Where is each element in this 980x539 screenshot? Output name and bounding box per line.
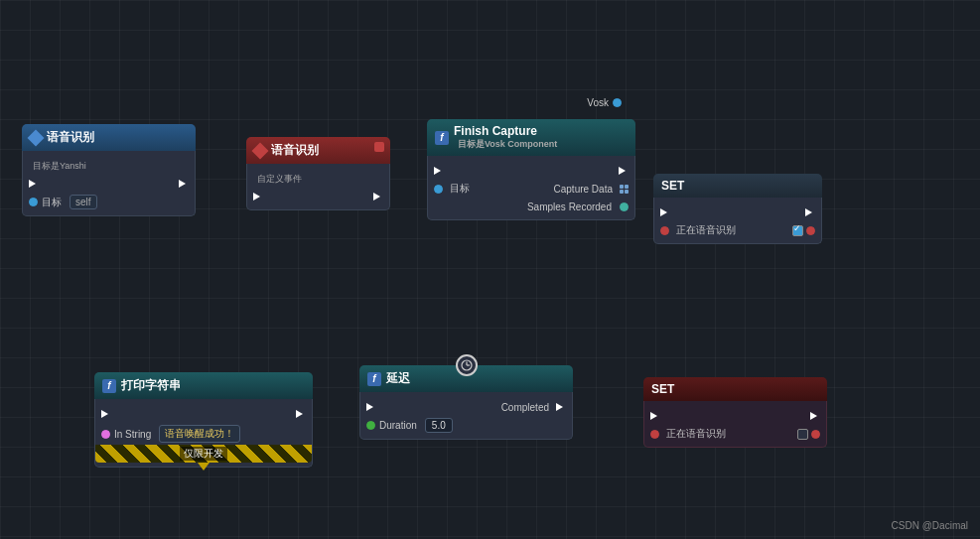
print-string-header: f 打印字符串	[94, 372, 313, 399]
ps-exec-out[interactable]	[296, 409, 306, 419]
delay-exec-row: Completed	[360, 398, 572, 416]
delay-duration-row: Duration 5.0	[360, 416, 572, 435]
finish-capture-header: f Finish Capture 目标是Vosk Component	[427, 119, 635, 156]
delay-duration-value: 5.0	[425, 418, 453, 433]
set-1-title: SET	[661, 179, 684, 193]
ps-instring-row: In String 语音唤醒成功！	[95, 423, 312, 445]
f-icon-finish: f	[435, 131, 449, 145]
delay-title: 延迟	[386, 370, 410, 387]
warning-text: 仅限开发	[180, 447, 227, 461]
vosk-label-area: Vosk	[587, 97, 622, 108]
print-string-body: In String 语音唤醒成功！ 仅限开发	[94, 399, 313, 468]
set1-input-pin[interactable]	[660, 226, 669, 235]
set1-exec-out[interactable]	[805, 207, 815, 217]
f-icon-print: f	[102, 379, 116, 393]
set1-exec-row	[654, 203, 821, 221]
ps-exec-row	[95, 405, 312, 423]
set2-exec-in[interactable]	[650, 411, 660, 421]
vosk-label: Vosk	[587, 97, 609, 108]
fc-target-row: 目标 Capture Data	[428, 180, 634, 198]
finish-capture-title-area: Finish Capture 目标是Vosk Component	[454, 124, 557, 151]
set-node-2: SET 正在语音识别	[643, 377, 827, 448]
delay-duration-label: Duration	[375, 420, 421, 431]
fc-samples-row: Samples Recorded	[428, 198, 634, 215]
voice-rec-1-title: 语音识别	[47, 129, 94, 146]
diamond-icon-2	[252, 142, 269, 159]
subtitle-row: 目标是Yanshi	[23, 157, 195, 175]
set-node-1: SET 正在语音识别	[653, 174, 822, 244]
set-2-title: SET	[651, 382, 674, 396]
fc-exec-out[interactable]	[619, 166, 629, 176]
voice-recognition-node-2: 语音识别 自定义事件	[246, 137, 390, 210]
capture-data-pin[interactable]	[620, 185, 629, 194]
voice-rec-1-body: 目标是Yanshi 目标 self	[22, 151, 196, 216]
warning-arrow	[198, 463, 210, 471]
set1-checkbox[interactable]	[792, 225, 803, 236]
set2-output-pin[interactable]	[811, 430, 820, 439]
set2-checkbox[interactable]	[797, 429, 808, 440]
node-header-voice-rec-1: 语音识别	[22, 124, 196, 151]
finish-capture-subtitle: 目标是Vosk Component	[458, 138, 557, 151]
set1-output-pin[interactable]	[806, 226, 815, 235]
diamond-icon-1	[28, 129, 45, 146]
clock-icon	[456, 354, 478, 376]
node-header-voice-rec-2: 语音识别	[246, 137, 390, 164]
fc-exec-row	[428, 162, 634, 180]
delay-exec-in[interactable]	[366, 402, 376, 412]
set1-pin-row: 正在语音识别	[654, 221, 821, 239]
finish-capture-node: Vosk f Finish Capture 目标是Vosk Component …	[427, 119, 635, 220]
watermark: CSDN @Dacimal	[892, 520, 968, 531]
fc-target-pin[interactable]	[434, 185, 443, 194]
set1-exec-in[interactable]	[660, 207, 670, 217]
voice-recognition-node-1: 语音识别 目标是Yanshi 目标 self	[22, 124, 196, 216]
voice-rec-2-title: 语音识别	[271, 142, 319, 159]
exec-out-pin-2[interactable]	[373, 192, 383, 202]
ps-instring-value: 语音唤醒成功！	[159, 425, 240, 443]
delay-duration-pin[interactable]	[366, 421, 375, 430]
ps-exec-in[interactable]	[101, 409, 111, 419]
f-icon-delay: f	[367, 372, 381, 386]
set2-exec-row	[644, 407, 826, 425]
red-indicator	[374, 142, 384, 152]
finish-capture-title: Finish Capture	[454, 124, 557, 138]
set-2-body: 正在语音识别	[643, 401, 827, 448]
voice-rec-2-body: 自定义事件	[246, 164, 390, 210]
print-string-title: 打印字符串	[121, 377, 181, 394]
ps-instring-pin[interactable]	[101, 430, 110, 439]
target-row: 目标 self	[23, 193, 195, 211]
warning-strip: 仅限开发	[95, 445, 312, 463]
set-1-body: 正在语音识别	[653, 198, 822, 244]
exec-row-1	[23, 175, 195, 193]
exec-in-pin[interactable]	[29, 179, 39, 189]
target-value: self	[70, 195, 97, 209]
fc-exec-in[interactable]	[434, 166, 444, 176]
set2-exec-out[interactable]	[810, 411, 820, 421]
exec-row-2	[247, 188, 389, 205]
delay-body: Completed Duration 5.0	[359, 392, 573, 440]
delay-node: f 延迟 Completed Duration 5.0	[359, 365, 573, 440]
finish-capture-body: 目标 Capture Data Samples Recorded	[427, 156, 635, 220]
subtitle-row-2: 自定义事件	[247, 170, 389, 188]
target-pin[interactable]	[29, 198, 38, 206]
set-2-header: SET	[643, 377, 827, 401]
set2-pin-row: 正在语音识别	[644, 425, 826, 443]
samples-pin[interactable]	[620, 202, 629, 211]
set-1-header: SET	[653, 174, 822, 198]
exec-out-pin[interactable]	[179, 179, 189, 189]
delay-completed-pin[interactable]	[556, 402, 566, 412]
print-string-node: f 打印字符串 In String 语音唤醒成功！ 仅限开发	[94, 372, 313, 468]
exec-in-pin-2[interactable]	[253, 192, 263, 202]
set2-input-pin[interactable]	[650, 430, 659, 439]
vosk-pin[interactable]	[613, 98, 622, 107]
